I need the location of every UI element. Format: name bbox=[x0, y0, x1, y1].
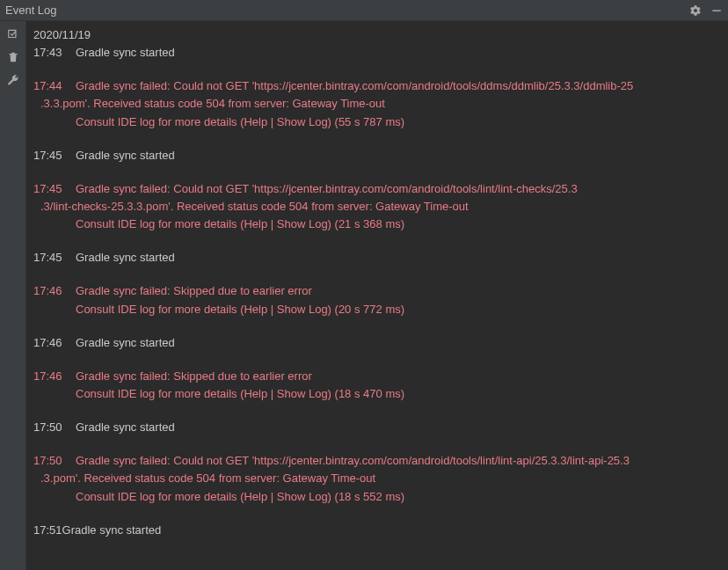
log-link-line[interactable]: Consult IDE log for more details (Help |… bbox=[33, 385, 721, 403]
log-line: 17:51Gradle sync started bbox=[33, 522, 721, 539]
log-message: Gradle sync started bbox=[76, 44, 721, 62]
log-message: Gradle sync failed: Skipped due to earli… bbox=[76, 368, 721, 385]
log-line: 17:50Gradle sync failed: Could not GET '… bbox=[33, 452, 721, 470]
log-time: 17:50 bbox=[33, 419, 76, 436]
log-entry: 17:46Gradle sync failed: Skipped due to … bbox=[33, 368, 721, 403]
panel-title: Event Log bbox=[5, 4, 689, 17]
content-wrapper: 2020/11/1917:43Gradle sync started17:44G… bbox=[0, 21, 728, 570]
log-entry: 17:45Gradle sync started bbox=[33, 249, 721, 267]
log-time: 17:45 bbox=[33, 249, 76, 267]
log-link-line[interactable]: Consult IDE log for more details (Help |… bbox=[33, 488, 721, 506]
log-message: Gradle sync failed: Skipped due to earli… bbox=[76, 282, 721, 300]
gear-icon[interactable] bbox=[689, 4, 702, 17]
log-line: 17:50Gradle sync started bbox=[33, 419, 721, 436]
log-entry: 17:50Gradle sync failed: Could not GET '… bbox=[33, 452, 721, 505]
mark-read-icon[interactable] bbox=[7, 28, 19, 40]
log-time: 17:45 bbox=[33, 147, 76, 164]
log-entry: 17:46Gradle sync started bbox=[33, 334, 721, 352]
log-line: 17:46Gradle sync failed: Skipped due to … bbox=[33, 282, 721, 300]
log-time: 17:45 bbox=[33, 180, 76, 198]
log-line: 17:45Gradle sync failed: Could not GET '… bbox=[33, 180, 721, 198]
log-line: 17:44Gradle sync failed: Could not GET '… bbox=[33, 77, 721, 95]
log-message: Gradle sync failed: Could not GET 'https… bbox=[76, 452, 721, 470]
log-link-line[interactable]: Consult IDE log for more details (Help |… bbox=[33, 216, 721, 233]
log-time: 17:46 bbox=[33, 334, 76, 352]
log-entry: 17:50Gradle sync started bbox=[33, 419, 721, 436]
log-message: Gradle sync failed: Could not GET 'https… bbox=[76, 77, 721, 95]
log-entry: 17:43Gradle sync started bbox=[33, 44, 721, 62]
titlebar-actions bbox=[689, 4, 723, 17]
log-time: 17:46 bbox=[33, 282, 76, 300]
log-entry: 17:45Gradle sync started bbox=[33, 147, 721, 164]
wrench-icon[interactable] bbox=[7, 74, 19, 86]
log-area[interactable]: 2020/11/1917:43Gradle sync started17:44G… bbox=[26, 21, 728, 570]
log-time: 17:44 bbox=[33, 77, 76, 95]
log-line: 17:46Gradle sync failed: Skipped due to … bbox=[33, 368, 721, 385]
log-message: Gradle sync started bbox=[76, 419, 721, 436]
log-message: Gradle sync started bbox=[76, 147, 721, 164]
minimize-icon[interactable] bbox=[710, 4, 723, 17]
log-line: 17:45Gradle sync started bbox=[33, 249, 721, 267]
log-time: 17:50 bbox=[33, 452, 76, 470]
titlebar: Event Log bbox=[0, 0, 728, 21]
log-time: 17:46 bbox=[33, 368, 76, 385]
log-date: 2020/11/19 bbox=[33, 26, 721, 44]
log-entry: 17:44Gradle sync failed: Could not GET '… bbox=[33, 77, 721, 130]
log-message: Gradle sync started bbox=[76, 249, 721, 267]
log-entry: 17:51Gradle sync started bbox=[33, 522, 721, 539]
log-entry: 17:46Gradle sync failed: Skipped due to … bbox=[33, 282, 721, 318]
log-link-line[interactable]: Consult IDE log for more details (Help |… bbox=[33, 301, 721, 318]
log-link-line[interactable]: Consult IDE log for more details (Help |… bbox=[33, 113, 721, 131]
log-line: 17:45Gradle sync started bbox=[33, 147, 721, 164]
gutter-toolbar bbox=[0, 21, 26, 570]
trash-icon[interactable] bbox=[7, 51, 19, 63]
log-line: .3/lint-checks-25.3.3.pom'. Received sta… bbox=[33, 198, 721, 216]
log-message: Gradle sync failed: Could not GET 'https… bbox=[76, 180, 721, 198]
log-line: 17:46Gradle sync started bbox=[33, 334, 721, 352]
svg-rect-0 bbox=[712, 10, 720, 11]
log-line: .3.3.pom'. Received status code 504 from… bbox=[33, 95, 721, 113]
log-line: 17:43Gradle sync started bbox=[33, 44, 721, 62]
log-line: .3.pom'. Received status code 504 from s… bbox=[33, 470, 721, 487]
log-entry: 17:45Gradle sync failed: Could not GET '… bbox=[33, 180, 721, 233]
log-time: 17:43 bbox=[33, 44, 76, 62]
log-message: Gradle sync started bbox=[76, 334, 721, 352]
